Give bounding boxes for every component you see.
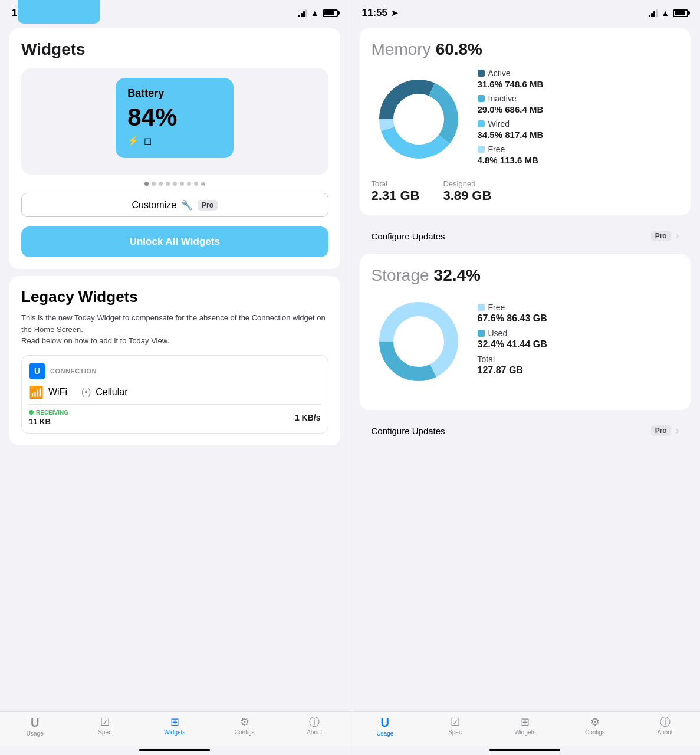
storage-free-dot [478, 304, 485, 311]
widgets-icon-left: ⊞ [170, 717, 179, 727]
legend-active: Active 31.6% 748.6 MB [478, 68, 679, 89]
about-icon-right: ⓘ [660, 717, 671, 727]
about-label-left: About [307, 729, 322, 736]
right-tab-bar: U Usage ☑ Spec ⊞ Widgets ⚙ Configs ⓘ Abo… [350, 711, 701, 746]
customize-label: Customize [132, 200, 176, 211]
box-icon: ◻ [144, 135, 152, 146]
wifi-symbol: 📶 [29, 385, 44, 399]
conn-stats: RECEIVING 11 KB 1 KB/s [29, 409, 321, 426]
memory-label: Memory [372, 40, 431, 59]
left-content[interactable]: Widgets Battery 84% ⚡ ◻ [0, 24, 350, 711]
battery-widget-icons: ⚡ ◻ [127, 135, 222, 146]
customize-pro-badge: Pro [198, 200, 218, 211]
storage-card: Storage 32.4% [360, 254, 691, 410]
signal-icon-left [298, 9, 307, 17]
spec-icon-left: ☑ [100, 717, 110, 727]
battery-icon-left [323, 9, 338, 17]
wired-label: Wired [488, 119, 510, 129]
configure-updates-memory[interactable]: Configure Updates Pro › [360, 222, 691, 250]
tab-about-right[interactable]: ⓘ About [648, 717, 683, 737]
storage-donut-chart [372, 294, 466, 389]
status-icons-left: ▲ [298, 8, 338, 18]
storage-donut-svg [372, 294, 466, 389]
signal-icon-right [649, 9, 658, 17]
receiving-badge: RECEIVING [29, 409, 68, 416]
battery-widget-title: Battery [127, 87, 222, 100]
usage-label-left: Usage [27, 730, 44, 737]
storage-used-label: Used [488, 329, 508, 338]
widgets-icon-right: ⊞ [521, 717, 530, 727]
configure-pro-badge-storage: Pro [651, 425, 671, 436]
tab-usage-right[interactable]: U Usage [367, 717, 403, 737]
configs-icon-left: ⚙ [240, 717, 249, 727]
location-icon: ➤ [391, 8, 398, 18]
tab-spec-right[interactable]: ☑ Spec [438, 717, 473, 737]
storage-legend: Free 67.6% 86.43 GB Used 32.4% 41.44 GB [478, 303, 679, 380]
legend-inactive: Inactive 29.0% 686.4 MB [478, 94, 679, 114]
configure-updates-storage[interactable]: Configure Updates Pro › [360, 417, 691, 444]
active-values: 31.6% 748.6 MB [478, 79, 679, 89]
right-phone-screen: 11:55 ➤ ▲ Memory 60.8% [350, 0, 701, 755]
memory-donut-chart [372, 72, 466, 166]
configs-icon-right: ⚙ [590, 717, 600, 727]
cellular-item: (•) Cellular [81, 385, 128, 399]
connection-widget: U CONNECTION 📶 WiFi (•) Cellular [21, 355, 328, 434]
battery-widget: Battery 84% ⚡ ◻ [116, 78, 234, 158]
configs-label-right: Configs [585, 729, 605, 736]
right-content[interactable]: Memory 60.8% [350, 24, 701, 711]
inactive-dot [478, 95, 485, 102]
storage-title-row: Storage 32.4% [372, 266, 679, 285]
status-icons-right: ▲ [649, 8, 688, 18]
about-icon-left: ⓘ [309, 717, 320, 727]
tab-widgets-right[interactable]: ⊞ Widgets [507, 717, 543, 737]
legend-wired: Wired 34.5% 817.4 MB [478, 119, 679, 140]
legacy-desc: This is the new Today Widget to compensa… [21, 312, 328, 347]
usage-label-right: Usage [376, 730, 393, 737]
unlock-button[interactable]: Unlock All Widgets [21, 226, 328, 257]
legend-storage-free: Free 67.6% 86.43 GB [478, 303, 679, 324]
left-tab-bar: U Usage ☑ Spec ⊞ Widgets ⚙ Configs ⓘ Abo… [0, 711, 350, 746]
free-values: 4.8% 113.6 MB [478, 155, 679, 165]
top-blue-partial [18, 0, 100, 24]
wifi-icon-left: ▲ [311, 8, 319, 18]
tab-configs-right[interactable]: ⚙ Configs [577, 717, 613, 737]
speed-label: 1 KB/s [295, 413, 321, 422]
conn-divider [29, 404, 321, 405]
customize-button[interactable]: Customize 🔧 Pro [21, 193, 328, 217]
memory-designed-item: Designed 3.89 GB [443, 179, 491, 203]
tab-widgets-left[interactable]: ⊞ Widgets [157, 717, 192, 737]
legend-storage-used: Used 32.4% 41.44 GB [478, 329, 679, 350]
tab-spec-left[interactable]: ☑ Spec [87, 717, 123, 737]
configure-label-storage: Configure Updates [372, 426, 445, 436]
widget-dots: ••• [21, 182, 328, 186]
inactive-label: Inactive [488, 94, 517, 103]
spec-label-left: Spec [98, 729, 111, 736]
storage-pct: 32.4% [434, 266, 481, 285]
memory-legend: Active 31.6% 748.6 MB Inactive 29.0% 686… [478, 68, 679, 170]
tab-about-left[interactable]: ⓘ About [297, 717, 332, 737]
battery-icon-right [673, 9, 688, 17]
dot-more: ••• [201, 182, 205, 186]
configure-label-memory: Configure Updates [372, 231, 445, 241]
svg-point-7 [398, 321, 439, 362]
storage-label: Storage [372, 266, 429, 285]
memory-donut-svg [372, 72, 466, 166]
memory-total-label: Total [372, 179, 420, 188]
usage-icon-left: U [31, 717, 39, 728]
widgets-title: Widgets [21, 40, 328, 59]
tab-configs-left[interactable]: ⚙ Configs [227, 717, 262, 737]
chevron-icon-memory: › [676, 231, 679, 241]
cellular-symbol: (•) [81, 387, 91, 398]
bolt-icon: ⚡ [127, 135, 139, 146]
conn-row: 📶 WiFi (•) Cellular [29, 385, 321, 399]
chevron-icon-storage: › [676, 425, 679, 436]
storage-free-values: 67.6% 86.43 GB [478, 313, 679, 324]
tab-usage-left[interactable]: U Usage [17, 717, 52, 737]
memory-pct: 60.8% [436, 40, 482, 59]
status-bar-right: 11:55 ➤ ▲ [350, 0, 701, 24]
widgets-label-right: Widgets [514, 729, 535, 736]
spec-label-right: Spec [448, 729, 462, 736]
active-dot [478, 70, 485, 77]
wifi-item: 📶 WiFi [29, 385, 67, 399]
storage-used-values: 32.4% 41.44 GB [478, 339, 679, 350]
